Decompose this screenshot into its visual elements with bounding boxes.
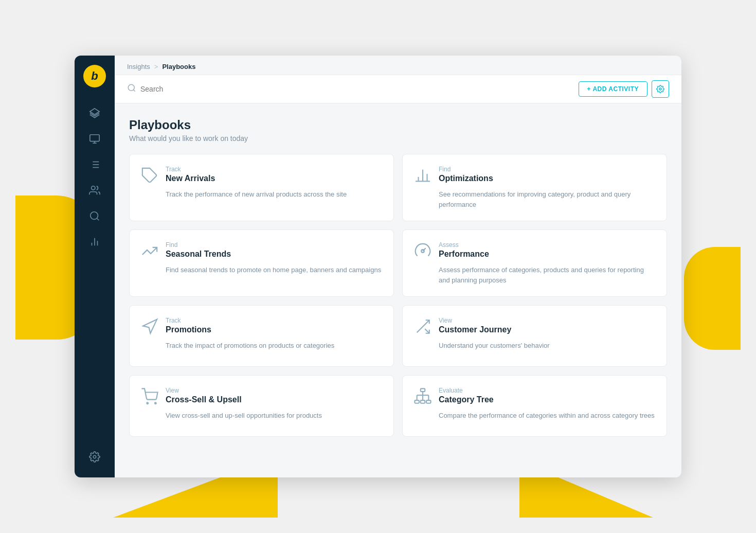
card-icon-trend-chart: [141, 242, 158, 260]
svg-point-19: [659, 88, 661, 90]
sidebar-nav: [75, 102, 115, 468]
card-cross-sell--upsell[interactable]: View Cross-Sell & Upsell View cross-sell…: [129, 375, 394, 437]
sidebar-item-chart[interactable]: [83, 230, 106, 253]
search-input[interactable]: [140, 85, 254, 93]
sidebar-logo[interactable]: b: [83, 65, 106, 87]
svg-point-31: [155, 402, 156, 404]
toolbar-settings-button[interactable]: [652, 80, 669, 98]
card-header: View Cross-Sell & Upsell: [141, 387, 382, 405]
card-action-label: Find: [439, 166, 493, 173]
card-action-label: Find: [166, 241, 231, 248]
card-new-arrivals[interactable]: Track New Arrivals Track the performance…: [129, 154, 394, 221]
card-description: View cross-sell and up-sell opportunitie…: [141, 411, 382, 421]
card-category-tree[interactable]: Evaluate Category Tree Compare the perfo…: [402, 375, 667, 437]
card-description: See recommendations for improving catego…: [414, 189, 655, 209]
svg-rect-1: [90, 135, 99, 141]
card-icon-tag: [141, 167, 158, 184]
card-title: Category Tree: [439, 395, 494, 404]
svg-line-12: [97, 218, 99, 220]
toolbar: + ADD ACTIVITY: [115, 75, 681, 103]
bg-shape-right: [684, 247, 741, 350]
sidebar: b: [75, 56, 115, 477]
breadcrumb-parent[interactable]: Insights: [127, 63, 150, 70]
card-description: Compare the performance of categories wi…: [414, 411, 655, 421]
card-promotions[interactable]: Track Promotions Track the impact of pro…: [129, 305, 394, 367]
card-icon-cart: [141, 388, 158, 405]
svg-rect-33: [415, 400, 419, 403]
card-icon-journey: [414, 318, 431, 335]
card-description: Assess performance of categories, produc…: [414, 265, 655, 285]
svg-line-29: [425, 329, 429, 333]
add-activity-button[interactable]: + ADD ACTIVITY: [579, 81, 647, 97]
svg-marker-27: [143, 319, 157, 333]
breadcrumb-current: Playbooks: [162, 63, 195, 70]
card-performance[interactable]: Assess Performance Assess performance of…: [402, 229, 667, 297]
card-title: Seasonal Trends: [166, 250, 231, 259]
card-header: Evaluate Category Tree: [414, 387, 655, 405]
svg-point-16: [93, 455, 96, 458]
card-action-label: Assess: [439, 241, 489, 248]
toolbar-right: + ADD ACTIVITY: [579, 80, 669, 98]
card-icon-bar-chart: [414, 167, 431, 184]
main-content: Insights > Playbooks + ADD ACTIVITY: [115, 56, 681, 477]
card-title: Performance: [439, 250, 489, 259]
svg-point-30: [147, 402, 148, 404]
card-action-label: View: [439, 317, 511, 324]
card-description: Understand your customers' behavior: [414, 341, 655, 351]
sidebar-item-users[interactable]: [83, 179, 106, 202]
card-description: Find seasonal trends to promote on home …: [141, 265, 382, 275]
logo-text: b: [91, 69, 98, 83]
svg-point-11: [91, 212, 98, 220]
search-wrap: [127, 83, 254, 95]
card-title: Cross-Sell & Upsell: [166, 395, 242, 404]
card-seasonal-trends[interactable]: Find Seasonal Trends Find seasonal trend…: [129, 229, 394, 297]
card-action-label: View: [166, 387, 242, 394]
sidebar-item-list[interactable]: [83, 153, 106, 176]
svg-rect-35: [426, 400, 431, 403]
card-optimizations[interactable]: Find Optimizations See recommendations f…: [402, 154, 667, 221]
svg-line-18: [133, 90, 135, 91]
sidebar-item-monitor[interactable]: [83, 128, 106, 150]
card-action-label: Evaluate: [439, 387, 494, 394]
card-customer-journey[interactable]: View Customer Journey Understand your cu…: [402, 305, 667, 367]
svg-point-10: [92, 186, 95, 190]
card-title: Optimizations: [439, 174, 493, 183]
card-header: Find Optimizations: [414, 166, 655, 184]
card-header: Assess Performance: [414, 241, 655, 260]
card-icon-speedometer: [414, 242, 431, 260]
sidebar-item-layers[interactable]: [83, 102, 106, 125]
svg-rect-32: [421, 388, 425, 392]
card-header: Find Seasonal Trends: [141, 241, 382, 260]
card-description: Track the performance of new arrival pro…: [141, 189, 382, 200]
sidebar-item-settings[interactable]: [83, 446, 106, 468]
content-area: Playbooks What would you like to work on…: [115, 103, 681, 477]
svg-rect-34: [421, 400, 425, 403]
card-icon-tree: [414, 388, 431, 405]
card-header: Track New Arrivals: [141, 166, 382, 184]
breadcrumb-separator: >: [154, 63, 158, 70]
cards-grid: Track New Arrivals Track the performance…: [129, 154, 667, 437]
search-icon: [127, 83, 136, 95]
sidebar-item-search[interactable]: [83, 205, 106, 227]
card-header: View Customer Journey: [414, 317, 655, 335]
page-subtitle: What would you like to work on today: [129, 134, 667, 143]
card-action-label: Track: [166, 166, 215, 173]
card-icon-promotion: [141, 318, 158, 335]
breadcrumb-bar: Insights > Playbooks: [115, 56, 681, 75]
app-window: b: [75, 56, 681, 477]
page-title: Playbooks: [129, 118, 667, 132]
card-header: Track Promotions: [141, 317, 382, 335]
svg-point-17: [128, 84, 134, 91]
card-title: New Arrivals: [166, 174, 215, 183]
card-title: Promotions: [166, 325, 211, 334]
card-title: Customer Journey: [439, 325, 511, 334]
card-description: Track the impact of promotions on produc…: [141, 341, 382, 351]
card-action-label: Track: [166, 317, 211, 324]
